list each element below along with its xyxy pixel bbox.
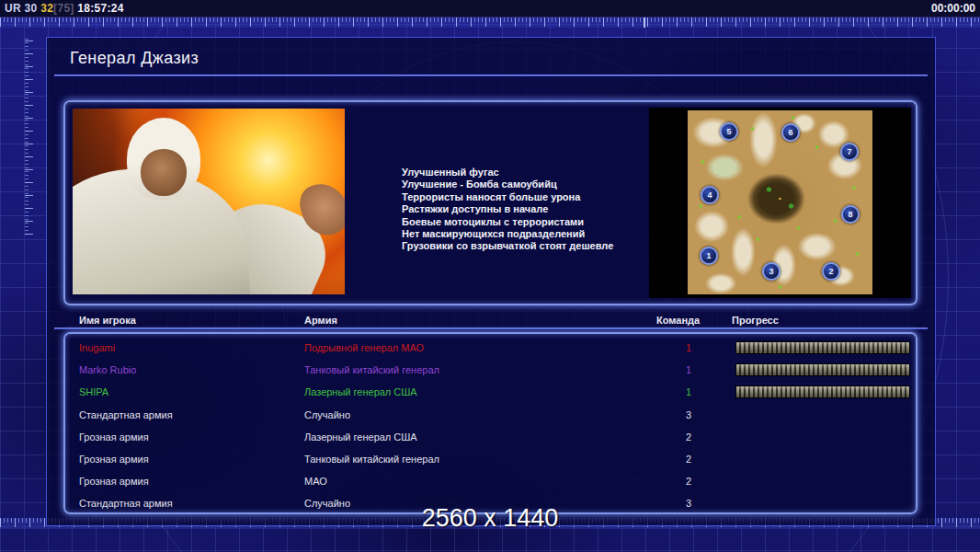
performance-readout: UR 30 32[75] 18:57:24 (0, 2, 124, 15)
player-row: SHIPAЛазерный генерал США1 (67, 381, 914, 403)
fps-value: 32 (40, 2, 53, 15)
abilities-list: Улучшенный фугасУлучшение - Бомба самоуб… (402, 167, 613, 253)
ability-line: Грузовики со взрывчаткой стоят дешевле (402, 240, 613, 252)
player-team: 1 (670, 342, 707, 353)
page-title: Генерал Джазиз (70, 49, 199, 68)
fps-max-value: [75] (53, 2, 74, 15)
player-army: Подрывной генерал МАО (304, 342, 424, 353)
player-name: Грозная армия (79, 476, 149, 487)
ruler-left (25, 37, 34, 235)
player-row: Стандартная армияСлучайно3 (67, 404, 914, 426)
player-army: Лазерный генерал США (304, 431, 417, 443)
match-timer: 00:00:00 (931, 2, 980, 15)
header-progress: Прогресс (732, 315, 779, 326)
players-rows: InugamiПодрывной генерал МАО1Marko Rubio… (67, 336, 914, 511)
player-name: Inugami (79, 342, 115, 353)
general-info-panel: Улучшенный фугасУлучшение - Бомба самоуб… (63, 100, 917, 305)
player-row: InugamiПодрывной генерал МАО1 (67, 337, 914, 359)
ruler-center-mark (644, 17, 645, 28)
header-divider (54, 328, 928, 329)
players-table: InugamiПодрывной генерал МАО1Marko Rubio… (63, 332, 917, 514)
start-position-marker: 3 (762, 262, 781, 281)
player-army: Случайно (304, 409, 350, 420)
progress-bar-fill (736, 342, 909, 353)
player-row: Грозная армияМАО2 (67, 470, 914, 492)
player-army: МАО (304, 476, 327, 487)
ability-line: Нет маскирующихся подразделений (402, 228, 613, 240)
header-team: Команда (656, 315, 700, 326)
ruler-top (0, 17, 980, 28)
start-position-marker: 2 (822, 262, 840, 281)
resolution-label: 2560 x 1440 (0, 504, 980, 533)
progress-bar (735, 385, 910, 398)
start-position-marker: 1 (700, 247, 718, 265)
player-team: 2 (670, 454, 707, 465)
top-status-bar: UR 30 32[75] 18:57:24 00:00:00 (0, 0, 980, 17)
player-name: Грозная армия (79, 454, 149, 465)
portrait-face (141, 149, 187, 196)
ability-line: Растяжки доступны в начале (402, 203, 613, 215)
player-name: Marko Rubio (79, 364, 136, 375)
player-team: 3 (670, 409, 707, 420)
player-row: Грозная армияТанковый китайский генерал2 (67, 448, 914, 470)
ability-line: Террористы наносят больше урона (402, 191, 613, 203)
player-team: 2 (670, 431, 707, 443)
player-team: 1 (670, 364, 707, 375)
start-position-marker: 5 (720, 122, 738, 141)
header-army: Армия (304, 315, 337, 326)
player-army: Лазерный генерал США (304, 386, 417, 397)
header-player-name: Имя игрока (79, 315, 136, 326)
player-army: Танковый китайский генерал (304, 364, 439, 375)
player-row: Грозная армияЛазерный генерал США2 (67, 426, 914, 448)
general-portrait (73, 109, 345, 294)
progress-bar-fill (736, 386, 909, 397)
start-position-marker: 4 (701, 186, 719, 204)
progress-bar (735, 341, 910, 354)
start-position-marker: 6 (781, 123, 800, 142)
player-army: Танковый китайский генерал (304, 454, 439, 465)
perf-label: UR 30 (5, 2, 38, 15)
player-team: 1 (670, 386, 707, 397)
clock: 18:57:24 (77, 2, 123, 15)
loading-screen: UR 30 32[75] 18:57:24 00:00:00 Генерал Д… (0, 0, 980, 552)
progress-bar-fill (736, 364, 909, 375)
player-name: SHIPA (79, 386, 108, 397)
start-position-marker: 8 (841, 205, 860, 224)
start-position-marker: 7 (840, 143, 859, 161)
player-row: Marko RubioТанковый китайский генерал1 (67, 359, 914, 381)
map-image (688, 110, 872, 294)
progress-bar (735, 363, 910, 376)
ability-line: Улучшенный фугас (402, 167, 613, 178)
main-panel: Генерал Джазиз Улучшенный фугасУлучшение… (46, 37, 936, 526)
player-name: Стандартная армия (79, 409, 173, 420)
player-name: Грозная армия (79, 431, 149, 443)
title-divider (54, 75, 928, 76)
map-preview: 12345678 (649, 108, 911, 298)
ability-line: Боевые мотоциклы с террористами (402, 216, 613, 228)
ability-line: Улучшение - Бомба самоубийц (402, 178, 613, 190)
player-team: 2 (670, 476, 707, 487)
